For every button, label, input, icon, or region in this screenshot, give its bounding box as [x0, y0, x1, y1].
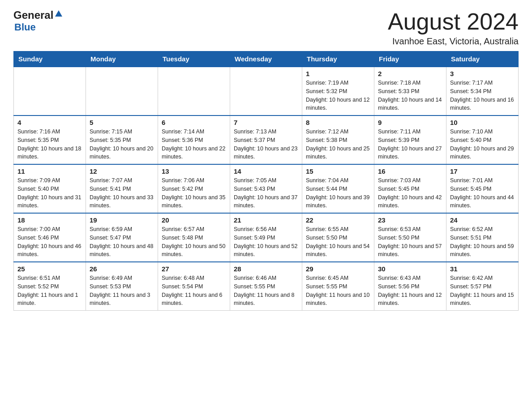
day-number: 8 — [306, 119, 370, 126]
table-row: 8Sunrise: 7:12 AMSunset: 5:38 PMDaylight… — [302, 116, 374, 164]
col-tuesday: Tuesday — [158, 51, 230, 67]
day-info: Sunrise: 7:17 AMSunset: 5:34 PMDaylight:… — [450, 80, 514, 111]
day-info: Sunrise: 6:49 AMSunset: 5:53 PMDaylight:… — [90, 275, 150, 306]
table-row: 3Sunrise: 7:17 AMSunset: 5:34 PMDaylight… — [446, 67, 519, 116]
day-info: Sunrise: 7:05 AMSunset: 5:43 PMDaylight:… — [234, 177, 297, 209]
table-row — [230, 67, 302, 116]
calendar-header-row: Sunday Monday Tuesday Wednesday Thursday… — [14, 51, 519, 67]
subtitle: Ivanhoe East, Victoria, Australia — [388, 36, 519, 47]
table-row: 29Sunrise: 6:45 AMSunset: 5:55 PMDayligh… — [302, 262, 374, 311]
title-block: August 2024 Ivanhoe East, Victoria, Aust… — [388, 9, 519, 47]
table-row: 30Sunrise: 6:43 AMSunset: 5:56 PMDayligh… — [374, 262, 446, 311]
day-info: Sunrise: 6:46 AMSunset: 5:55 PMDaylight:… — [234, 275, 295, 306]
day-info: Sunrise: 6:43 AMSunset: 5:56 PMDaylight:… — [378, 275, 442, 306]
day-info: Sunrise: 6:51 AMSunset: 5:52 PMDaylight:… — [17, 275, 78, 306]
day-info: Sunrise: 7:18 AMSunset: 5:33 PMDaylight:… — [378, 80, 442, 111]
col-saturday: Saturday — [446, 51, 519, 67]
day-number: 19 — [90, 216, 154, 224]
day-number: 10 — [450, 119, 515, 126]
table-row: 16Sunrise: 7:03 AMSunset: 5:45 PMDayligh… — [374, 164, 446, 213]
table-row: 18Sunrise: 7:00 AMSunset: 5:46 PMDayligh… — [14, 213, 86, 262]
table-row: 4Sunrise: 7:16 AMSunset: 5:35 PMDaylight… — [14, 116, 86, 164]
table-row: 2Sunrise: 7:18 AMSunset: 5:33 PMDaylight… — [374, 67, 446, 116]
table-row: 10Sunrise: 7:10 AMSunset: 5:40 PMDayligh… — [446, 116, 519, 164]
page-header: General Blue August 2024 Ivanhoe East, V… — [13, 9, 519, 47]
day-info: Sunrise: 6:42 AMSunset: 5:57 PMDaylight:… — [450, 275, 514, 306]
table-row: 22Sunrise: 6:55 AMSunset: 5:50 PMDayligh… — [302, 213, 374, 262]
table-row: 20Sunrise: 6:57 AMSunset: 5:48 PMDayligh… — [158, 213, 230, 262]
table-row: 27Sunrise: 6:48 AMSunset: 5:54 PMDayligh… — [158, 262, 230, 311]
day-number: 25 — [17, 265, 82, 273]
table-row: 11Sunrise: 7:09 AMSunset: 5:40 PMDayligh… — [14, 164, 86, 213]
day-number: 6 — [162, 119, 226, 126]
day-number: 15 — [306, 167, 370, 175]
table-row: 21Sunrise: 6:56 AMSunset: 5:49 PMDayligh… — [230, 213, 302, 262]
table-row: 26Sunrise: 6:49 AMSunset: 5:53 PMDayligh… — [86, 262, 158, 311]
table-row: 14Sunrise: 7:05 AMSunset: 5:43 PMDayligh… — [230, 164, 302, 213]
logo-triangle-icon — [55, 9, 63, 19]
day-number: 18 — [17, 216, 82, 224]
day-info: Sunrise: 6:53 AMSunset: 5:50 PMDaylight:… — [378, 226, 442, 257]
logo-general-text: General — [13, 9, 53, 21]
day-info: Sunrise: 7:03 AMSunset: 5:45 PMDaylight:… — [378, 177, 442, 209]
table-row: 24Sunrise: 6:52 AMSunset: 5:51 PMDayligh… — [446, 213, 519, 262]
day-info: Sunrise: 6:55 AMSunset: 5:50 PMDaylight:… — [306, 226, 369, 257]
col-friday: Friday — [374, 51, 446, 67]
day-info: Sunrise: 7:19 AMSunset: 5:32 PMDaylight:… — [306, 80, 369, 111]
table-row: 6Sunrise: 7:14 AMSunset: 5:36 PMDaylight… — [158, 116, 230, 164]
day-info: Sunrise: 6:56 AMSunset: 5:49 PMDaylight:… — [234, 226, 297, 257]
logo-blue-text: Blue — [14, 21, 36, 33]
table-row — [158, 67, 230, 116]
table-row: 17Sunrise: 7:01 AMSunset: 5:45 PMDayligh… — [446, 164, 519, 213]
col-monday: Monday — [86, 51, 158, 67]
calendar-week-row: 18Sunrise: 7:00 AMSunset: 5:46 PMDayligh… — [14, 213, 519, 262]
day-number: 29 — [306, 265, 370, 273]
day-number: 31 — [450, 265, 515, 273]
day-number: 1 — [306, 70, 370, 77]
logo: General Blue — [13, 9, 63, 33]
day-number: 27 — [162, 265, 226, 273]
table-row — [86, 67, 158, 116]
calendar-week-row: 11Sunrise: 7:09 AMSunset: 5:40 PMDayligh… — [14, 164, 519, 213]
day-number: 5 — [90, 119, 154, 126]
main-title: August 2024 — [388, 9, 519, 34]
day-number: 28 — [234, 265, 298, 273]
table-row: 5Sunrise: 7:15 AMSunset: 5:35 PMDaylight… — [86, 116, 158, 164]
day-number: 24 — [450, 216, 515, 224]
svg-marker-0 — [55, 10, 62, 17]
calendar-table: Sunday Monday Tuesday Wednesday Thursday… — [13, 51, 519, 311]
day-number: 16 — [378, 167, 442, 175]
day-info: Sunrise: 6:59 AMSunset: 5:47 PMDaylight:… — [90, 226, 153, 257]
day-number: 22 — [306, 216, 370, 224]
day-info: Sunrise: 7:16 AMSunset: 5:35 PMDaylight:… — [17, 128, 81, 160]
day-info: Sunrise: 6:45 AMSunset: 5:55 PMDaylight:… — [306, 275, 369, 306]
day-info: Sunrise: 7:00 AMSunset: 5:46 PMDaylight:… — [17, 226, 81, 257]
calendar-week-row: 25Sunrise: 6:51 AMSunset: 5:52 PMDayligh… — [14, 262, 519, 311]
day-number: 9 — [378, 119, 442, 126]
table-row: 13Sunrise: 7:06 AMSunset: 5:42 PMDayligh… — [158, 164, 230, 213]
day-number: 2 — [378, 70, 442, 77]
col-wednesday: Wednesday — [230, 51, 302, 67]
table-row: 12Sunrise: 7:07 AMSunset: 5:41 PMDayligh… — [86, 164, 158, 213]
day-info: Sunrise: 7:14 AMSunset: 5:36 PMDaylight:… — [162, 128, 225, 160]
table-row: 25Sunrise: 6:51 AMSunset: 5:52 PMDayligh… — [14, 262, 86, 311]
col-thursday: Thursday — [302, 51, 374, 67]
day-info: Sunrise: 7:06 AMSunset: 5:42 PMDaylight:… — [162, 177, 225, 209]
day-info: Sunrise: 7:07 AMSunset: 5:41 PMDaylight:… — [90, 177, 153, 209]
day-info: Sunrise: 7:04 AMSunset: 5:44 PMDaylight:… — [306, 177, 369, 209]
table-row: 31Sunrise: 6:42 AMSunset: 5:57 PMDayligh… — [446, 262, 519, 311]
table-row: 7Sunrise: 7:13 AMSunset: 5:37 PMDaylight… — [230, 116, 302, 164]
day-info: Sunrise: 6:48 AMSunset: 5:54 PMDaylight:… — [162, 275, 223, 306]
day-number: 30 — [378, 265, 442, 273]
day-number: 26 — [90, 265, 154, 273]
table-row: 9Sunrise: 7:11 AMSunset: 5:39 PMDaylight… — [374, 116, 446, 164]
day-number: 11 — [17, 167, 82, 175]
day-info: Sunrise: 7:13 AMSunset: 5:37 PMDaylight:… — [234, 128, 297, 160]
day-number: 13 — [162, 167, 226, 175]
table-row: 1Sunrise: 7:19 AMSunset: 5:32 PMDaylight… — [302, 67, 374, 116]
day-number: 3 — [450, 70, 515, 77]
day-number: 12 — [90, 167, 154, 175]
day-info: Sunrise: 7:11 AMSunset: 5:39 PMDaylight:… — [378, 128, 442, 160]
day-info: Sunrise: 7:15 AMSunset: 5:35 PMDaylight:… — [90, 128, 153, 160]
day-info: Sunrise: 6:52 AMSunset: 5:51 PMDaylight:… — [450, 226, 514, 257]
